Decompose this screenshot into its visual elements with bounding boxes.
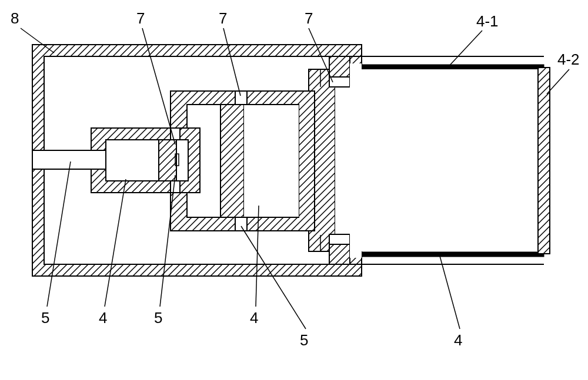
- svg-line-50: [449, 31, 482, 66]
- svg-rect-41: [350, 63, 362, 258]
- label-7b: 7: [219, 9, 227, 27]
- svg-line-57: [440, 256, 460, 329]
- svg-line-52: [47, 162, 71, 307]
- svg-rect-27: [32, 150, 106, 169]
- svg-line-54: [160, 175, 175, 307]
- left-rod: [32, 150, 106, 169]
- svg-rect-34: [335, 252, 541, 257]
- label-4c: 4: [454, 331, 462, 349]
- svg-line-53: [105, 179, 126, 307]
- label-5c: 5: [300, 331, 308, 349]
- label-4a: 4: [99, 309, 107, 327]
- label-8: 8: [11, 9, 19, 27]
- label-5a: 5: [41, 309, 49, 327]
- svg-rect-23: [159, 140, 176, 181]
- svg-rect-25: [171, 181, 180, 193]
- svg-rect-33: [335, 65, 541, 69]
- svg-rect-39: [329, 234, 350, 244]
- svg-rect-28: [244, 105, 299, 217]
- svg-rect-18: [220, 105, 244, 217]
- svg-rect-36: [329, 56, 350, 77]
- label-4b: 4: [250, 309, 258, 327]
- inner-cylinder: [91, 128, 200, 193]
- label-7c: 7: [305, 9, 313, 27]
- label-5b: 5: [154, 309, 162, 327]
- svg-line-48: [223, 28, 240, 96]
- label-7a: 7: [136, 9, 145, 27]
- svg-rect-31: [335, 69, 538, 251]
- technical-diagram: 8 7 7 7 4-1 4-2 5 4 5 4 5 4: [0, 0, 588, 380]
- label-42: 4-2: [557, 51, 580, 68]
- svg-rect-35: [538, 68, 550, 254]
- label-41: 4-1: [476, 12, 499, 30]
- svg-rect-20: [235, 217, 247, 231]
- svg-rect-37: [329, 244, 350, 264]
- svg-rect-19: [235, 91, 247, 105]
